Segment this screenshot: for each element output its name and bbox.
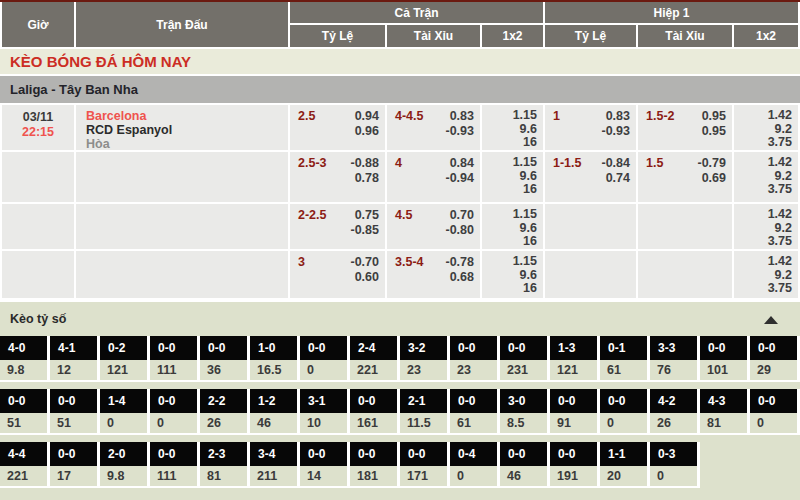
score-label[interactable]: 0-0 [550, 442, 597, 466]
score-label[interactable]: 0-4 [450, 442, 497, 466]
score-label[interactable]: 0-0 [450, 389, 497, 413]
h1-over-odds[interactable]: 0.95 [702, 109, 726, 124]
score-cell[interactable]: 4-2 26 [650, 389, 700, 435]
score-label[interactable]: 0-0 [550, 389, 597, 413]
ft-handicap-over-odds[interactable]: 0.75 [351, 208, 380, 223]
ft-1x2-home-odds[interactable]: 1.15 [482, 109, 537, 123]
ft-1x2-draw-odds[interactable]: 9.6 [482, 269, 537, 283]
score-label[interactable]: 0-0 [300, 442, 347, 466]
ft-over-odds[interactable]: -0.78 [446, 255, 475, 270]
score-cell[interactable]: 3-0 8.5 [500, 389, 550, 435]
score-label[interactable]: 0-0 [50, 389, 97, 413]
h1-1x2-draw-odds[interactable]: 9.2 [734, 269, 792, 283]
score-cell[interactable]: 0-0 171 [400, 442, 450, 488]
score-label[interactable]: 4-1 [50, 336, 97, 360]
h1-over-under-cell[interactable] [638, 204, 732, 249]
score-label[interactable]: 1-4 [100, 389, 147, 413]
h1-1x2-away-odds[interactable]: 3.75 [734, 282, 792, 296]
ft-under-odds[interactable]: -0.93 [446, 124, 475, 139]
score-label[interactable]: 2-2 [200, 389, 247, 413]
score-cell[interactable]: 0-1 61 [600, 336, 650, 382]
h1-1x2-home-odds[interactable]: 1.42 [734, 255, 792, 269]
score-cell[interactable]: 2-1 11.5 [400, 389, 450, 435]
score-label[interactable]: 0-0 [150, 336, 197, 360]
score-label[interactable]: 0-0 [500, 442, 547, 466]
score-cell[interactable]: 0-0 101 [700, 336, 750, 382]
ft-handicap-under-odds[interactable]: 0.60 [351, 270, 380, 285]
h1-over-odds[interactable]: -0.79 [698, 156, 727, 171]
score-label[interactable]: 0-0 [0, 389, 47, 413]
score-cell[interactable]: 3-3 76 [650, 336, 700, 382]
h1-1x2-cell[interactable]: 1.42 9.2 3.75 [734, 152, 798, 202]
ft-over-under-cell[interactable]: 4 0.84 -0.94 [387, 152, 480, 202]
h1-1x2-home-odds[interactable]: 1.42 [734, 109, 792, 123]
score-label[interactable]: 2-0 [100, 442, 147, 466]
score-label[interactable]: 1-1 [600, 442, 647, 466]
h1-over-under-cell[interactable] [638, 251, 732, 298]
h1-handicap-cell[interactable] [545, 204, 636, 249]
score-cell[interactable]: 3-2 23 [400, 336, 450, 382]
home-team[interactable]: Barcelona [86, 109, 288, 123]
score-cell[interactable]: 0-0 46 [500, 442, 550, 488]
h1-1x2-home-odds[interactable]: 1.42 [734, 156, 792, 170]
score-cell[interactable]: 2-3 81 [200, 442, 250, 488]
score-label[interactable]: 0-0 [500, 336, 547, 360]
h1-handicap-under-odds[interactable]: -0.93 [602, 124, 631, 139]
ft-1x2-draw-odds[interactable]: 9.6 [482, 123, 537, 137]
ft-over-odds[interactable]: 0.84 [446, 156, 475, 171]
h1-handicap-over-odds[interactable]: 0.83 [602, 109, 631, 124]
match-teams-cell[interactable]: Barcelona RCD Espanyol Hòa [76, 105, 288, 150]
h1-1x2-home-odds[interactable]: 1.42 [734, 208, 792, 222]
score-cell[interactable]: 0-0 29 [750, 336, 800, 382]
score-label[interactable]: 1-3 [550, 336, 597, 360]
score-label[interactable]: 3-2 [400, 336, 447, 360]
score-label[interactable]: 0-0 [50, 442, 97, 466]
score-cell[interactable]: 0-0 61 [450, 389, 500, 435]
score-label[interactable]: 1-2 [250, 389, 297, 413]
score-cell[interactable]: 4-3 81 [700, 389, 750, 435]
ft-over-under-cell[interactable]: 3.5-4 -0.78 0.68 [387, 251, 480, 298]
score-label[interactable]: 3-3 [650, 336, 697, 360]
h1-1x2-away-odds[interactable]: 3.75 [734, 136, 792, 150]
league-header[interactable]: Laliga - Tây Ban Nha [0, 76, 800, 103]
ft-handicap-cell[interactable]: 3 -0.70 0.60 [290, 251, 385, 298]
score-label[interactable]: 0-0 [750, 336, 797, 360]
ft-handicap-cell[interactable]: 2.5-3 -0.88 0.78 [290, 152, 385, 202]
score-label[interactable]: 3-4 [250, 442, 297, 466]
score-label[interactable]: 3-0 [500, 389, 547, 413]
ft-handicap-under-odds[interactable]: 0.96 [355, 124, 379, 139]
score-cell[interactable]: 0-0 17 [50, 442, 100, 488]
ft-under-odds[interactable]: 0.68 [446, 270, 475, 285]
ft-1x2-away-odds[interactable]: 16 [482, 235, 537, 249]
score-label[interactable]: 4-0 [0, 336, 47, 360]
score-cell[interactable]: 0-0 111 [150, 336, 200, 382]
score-label[interactable]: 0-0 [350, 442, 397, 466]
h1-over-under-cell[interactable]: 1.5 -0.79 0.69 [638, 152, 732, 202]
score-cell[interactable]: 1-2 46 [250, 389, 300, 435]
h1-handicap-cell[interactable] [545, 251, 636, 298]
h1-1x2-draw-odds[interactable]: 9.2 [734, 123, 792, 137]
score-label[interactable]: 0-0 [600, 389, 647, 413]
h1-handicap-cell[interactable]: 1-1.5 -0.84 0.74 [545, 152, 636, 202]
ft-handicap-cell[interactable]: 2.5 0.94 0.96 [290, 105, 385, 150]
score-cell[interactable]: 1-3 121 [550, 336, 600, 382]
score-label[interactable]: 3-1 [300, 389, 347, 413]
h1-handicap-under-odds[interactable]: 0.74 [602, 171, 631, 186]
score-cell[interactable]: 1-1 20 [600, 442, 650, 488]
score-label[interactable]: 2-4 [350, 336, 397, 360]
ft-1x2-draw-odds[interactable]: 9.6 [482, 170, 537, 184]
score-cell[interactable]: 2-0 9.8 [100, 442, 150, 488]
score-cell[interactable]: 0-4 0 [450, 442, 500, 488]
score-cell[interactable]: 0-0 23 [450, 336, 500, 382]
ft-1x2-home-odds[interactable]: 1.15 [482, 208, 537, 222]
match-teams-cell[interactable] [76, 152, 288, 202]
score-label[interactable]: 0-3 [650, 442, 697, 466]
ft-1x2-away-odds[interactable]: 16 [482, 282, 537, 296]
score-cell[interactable]: 0-0 14 [300, 442, 350, 488]
ft-under-odds[interactable]: -0.80 [446, 223, 475, 238]
ft-1x2-home-odds[interactable]: 1.15 [482, 156, 537, 170]
collapse-up-icon[interactable] [764, 316, 778, 324]
score-label[interactable]: 2-1 [400, 389, 447, 413]
h1-handicap-cell[interactable]: 1 0.83 -0.93 [545, 105, 636, 150]
score-cell[interactable]: 0-2 121 [100, 336, 150, 382]
